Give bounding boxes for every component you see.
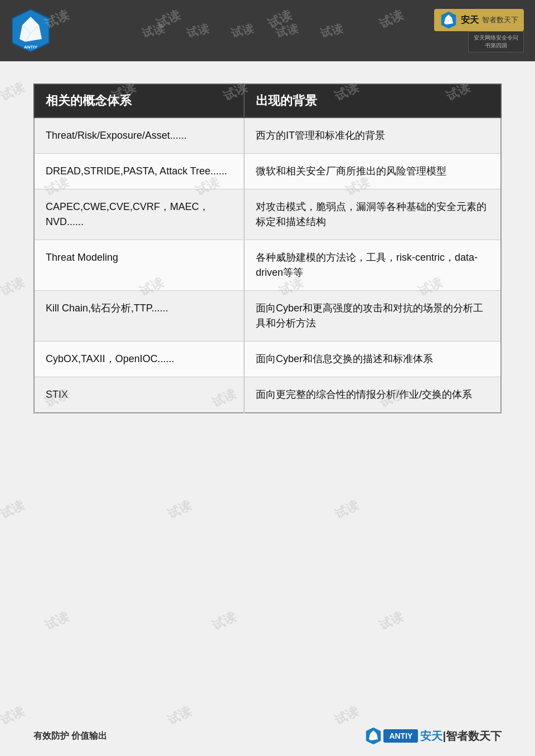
header-watermark: 试读 (185, 21, 211, 41)
table-row: DREAD,STRIDE,PASTA, Attack Tree......微软和… (34, 154, 501, 189)
brand-name: 安天 (461, 14, 479, 26)
table-cell-right: 面向Cyber和更高强度的攻击和对抗的场景的分析工具和分析方法 (244, 291, 501, 342)
table-cell-left: STIX (34, 377, 244, 413)
watermark-text: 试读 (0, 497, 27, 523)
table-cell-right: 面向更完整的综合性的情报分析/作业/交换的体系 (244, 377, 501, 413)
header-watermark: 试读 (319, 21, 344, 41)
watermark-text: 试读 (332, 497, 362, 523)
antiy-logo: ANTIY (11, 8, 50, 53)
table-cell-left: Threat/Risk/Exposure/Asset...... (34, 118, 244, 154)
col1-header-text: 相关的概念体系 (46, 94, 132, 108)
watermark-text: 试读 (0, 703, 27, 729)
watermark-text: 试读 (165, 497, 194, 523)
footer-brand-badge: ANTIY (383, 729, 418, 743)
svg-text:ANTIY: ANTIY (24, 45, 38, 50)
header-watermark: 试读 (140, 21, 166, 41)
watermark-text: 试读 (165, 703, 194, 729)
brand-subtitle-text: 安天网络安全令问书第四国 (474, 35, 518, 48)
col2-header: 出现的背景 (244, 84, 501, 118)
table-row: Threat Modeling各种威胁建模的方法论，工具，risk-centri… (34, 240, 501, 291)
table-cell-left: CAPEC,CWE,CVE,CVRF，MAEC，NVD...... (34, 189, 244, 240)
table-row: CAPEC,CWE,CVE,CVRF，MAEC，NVD......对攻击模式，脆… (34, 189, 501, 240)
header-watermark: 试读 (230, 21, 255, 41)
header-right: 安天 智者数天下 安天网络安全令问书第四国 (434, 9, 524, 52)
header-logo: ANTIY (11, 8, 50, 53)
table-cell-right: 对攻击模式，脆弱点，漏洞等各种基础的安全元素的标定和描述结构 (244, 189, 501, 240)
footer-brand-text: 安天|智者数天下 (420, 729, 502, 744)
main-content: 相关的概念体系 出现的背景 Threat/Risk/Exposure/Asset… (0, 61, 535, 447)
watermark-text: 试读 (42, 608, 72, 634)
table-cell-right: 各种威胁建模的方法论，工具，risk-centric，data-driven等等 (244, 240, 501, 291)
table-cell-left: DREAD,STRIDE,PASTA, Attack Tree...... (34, 154, 244, 189)
watermark-text: 试读 (210, 608, 239, 634)
table-cell-right: 微软和相关安全厂商所推出的风险管理模型 (244, 154, 501, 189)
concept-table: 相关的概念体系 出现的背景 Threat/Risk/Exposure/Asset… (33, 84, 502, 413)
col1-header: 相关的概念体系 (34, 84, 244, 118)
header-watermark: 试读 (274, 21, 300, 41)
table-cell-right: 西方的IT管理和标准化的背景 (244, 118, 501, 154)
footer: 有效防护 价值输出 ANTIY 安天|智者数天下 (33, 727, 502, 745)
table-row: CybOX,TAXII，OpenIOC......面向Cyber和信息交换的描述… (34, 342, 501, 377)
table-cell-right: 面向Cyber和信息交换的描述和标准体系 (244, 342, 501, 377)
footer-logo-icon (366, 727, 381, 745)
header: ANTIY 试读 试读 试读 试读 试读 安天 智者数天下 安天网络安全令问书第… (0, 0, 535, 61)
table-row: Kill Chain,钻石分析,TTP......面向Cyber和更高强度的攻击… (34, 291, 501, 342)
col2-header-text: 出现的背景 (256, 94, 317, 108)
table-cell-left: Threat Modeling (34, 240, 244, 291)
footer-slogan: 有效防护 价值输出 (33, 730, 107, 742)
table-cell-left: Kill Chain,钻石分析,TTP...... (34, 291, 244, 342)
watermark-text: 试读 (377, 608, 406, 634)
table-cell-left: CybOX,TAXII，OpenIOC...... (34, 342, 244, 377)
footer-logo: ANTIY 安天|智者数天下 (366, 727, 502, 745)
watermark-text: 试读 (332, 703, 362, 729)
table-row: Threat/Risk/Exposure/Asset......西方的IT管理和… (34, 118, 501, 154)
brand-logo-small (440, 11, 458, 29)
brand-slogan-header: 智者数天下 (482, 15, 518, 25)
brand-subtitle: 安天网络安全令问书第四国 (468, 31, 524, 52)
table-row: STIX面向更完整的综合性的情报分析/作业/交换的体系 (34, 377, 501, 413)
header-brand-badge: 安天 智者数天下 (434, 9, 524, 31)
